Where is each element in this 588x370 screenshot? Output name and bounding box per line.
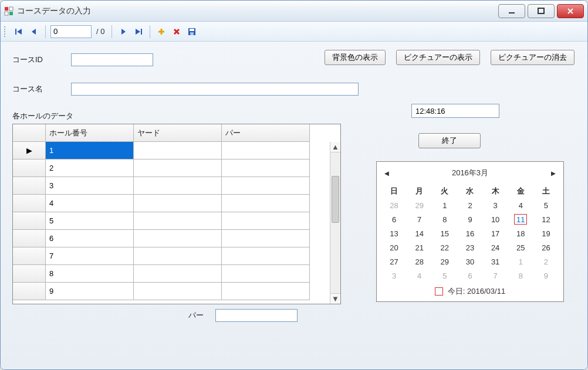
cell-par[interactable] <box>222 142 310 159</box>
table-row[interactable]: ▶1 <box>13 142 340 159</box>
calendar-day[interactable]: 13 <box>381 226 407 240</box>
hole-grid[interactable]: ホール番号 ヤード パー ▶123456789 ▲ ▼ <box>12 124 341 304</box>
calendar-day[interactable]: 6 <box>381 212 407 226</box>
calendar-day[interactable]: 6 <box>457 269 482 283</box>
calendar-day[interactable]: 7 <box>483 269 508 283</box>
calendar-day[interactable]: 1 <box>508 254 533 269</box>
cell-yard[interactable] <box>134 212 222 230</box>
calendar-day[interactable]: 17 <box>483 226 508 240</box>
cell-yard[interactable] <box>134 195 222 212</box>
calendar-day[interactable]: 2 <box>457 198 482 212</box>
cell-hole[interactable]: 6 <box>46 230 134 247</box>
calendar-day[interactable]: 8 <box>432 212 457 226</box>
calendar-day[interactable]: 21 <box>407 240 432 254</box>
scroll-thumb[interactable] <box>332 176 339 223</box>
table-row[interactable]: 9 <box>13 283 340 300</box>
scroll-track[interactable] <box>330 152 340 293</box>
calendar-day[interactable]: 20 <box>381 240 407 254</box>
month-calendar[interactable]: ◄ 2016年3月 ► 日月火水木金土 28291234567891011121… <box>376 161 564 302</box>
calendar-day[interactable]: 30 <box>457 254 482 269</box>
grid-header-yard[interactable]: ヤード <box>134 124 222 142</box>
cell-hole[interactable]: 4 <box>46 195 134 212</box>
cell-par[interactable] <box>222 265 310 283</box>
cell-hole[interactable]: 5 <box>46 212 134 230</box>
minimize-button[interactable] <box>498 4 525 18</box>
save-record-icon[interactable] <box>185 25 198 38</box>
cell-hole[interactable]: 7 <box>46 247 134 265</box>
cell-hole[interactable]: 2 <box>46 159 134 177</box>
nav-first-icon[interactable] <box>12 25 25 38</box>
cell-yard[interactable] <box>134 247 222 265</box>
exit-button[interactable]: 終了 <box>418 133 481 148</box>
calendar-day[interactable]: 4 <box>508 198 533 212</box>
cell-par[interactable] <box>222 247 310 265</box>
cell-hole[interactable]: 8 <box>46 265 134 283</box>
delete-record-icon[interactable] <box>170 25 183 38</box>
clear-picture-button[interactable]: ピクチュアーの消去 <box>491 50 575 65</box>
scroll-up-icon[interactable]: ▲ <box>330 142 340 152</box>
calendar-day[interactable]: 16 <box>457 226 482 240</box>
calendar-day[interactable]: 29 <box>407 198 432 212</box>
table-row[interactable]: 7 <box>13 247 340 265</box>
grid-scrollbar[interactable]: ▲ ▼ <box>330 142 340 304</box>
calendar-day[interactable]: 26 <box>533 240 559 254</box>
table-row[interactable]: 6 <box>13 230 340 247</box>
calendar-day[interactable]: 2 <box>533 254 559 269</box>
calendar-day[interactable]: 7 <box>407 212 432 226</box>
calendar-day[interactable]: 28 <box>381 198 407 212</box>
show-picture-button[interactable]: ピクチュアーの表示 <box>396 50 480 65</box>
row-selector[interactable] <box>13 159 46 177</box>
nav-last-icon[interactable] <box>132 25 145 38</box>
calendar-day[interactable]: 27 <box>381 254 407 269</box>
cell-par[interactable] <box>222 195 310 212</box>
par-bottom-input[interactable] <box>215 309 298 322</box>
calendar-day[interactable]: 5 <box>432 269 457 283</box>
calendar-day[interactable]: 22 <box>432 240 457 254</box>
show-bgcolor-button[interactable]: 背景色の表示 <box>325 50 386 65</box>
row-selector[interactable] <box>13 195 46 212</box>
maximize-button[interactable] <box>528 4 555 18</box>
course-name-input[interactable] <box>71 83 359 96</box>
cell-par[interactable] <box>222 159 310 177</box>
calendar-day[interactable]: 3 <box>483 198 508 212</box>
calendar-today-footer[interactable]: 今日: 2016/03/11 <box>381 286 559 297</box>
calendar-day[interactable]: 28 <box>407 254 432 269</box>
table-row[interactable]: 3 <box>13 177 340 195</box>
calendar-day[interactable]: 31 <box>483 254 508 269</box>
cell-par[interactable] <box>222 283 310 300</box>
calendar-day[interactable]: 10 <box>483 212 508 226</box>
cal-next-month-icon[interactable]: ► <box>548 169 559 178</box>
calendar-day[interactable]: 29 <box>432 254 457 269</box>
grid-header-hole[interactable]: ホール番号 <box>46 124 134 142</box>
cell-hole[interactable]: 9 <box>46 283 134 300</box>
row-selector[interactable] <box>13 247 46 265</box>
add-record-icon[interactable] <box>155 25 168 38</box>
calendar-day[interactable]: 23 <box>457 240 482 254</box>
calendar-day[interactable]: 25 <box>508 240 533 254</box>
row-selector[interactable]: ▶ <box>13 142 46 159</box>
cell-yard[interactable] <box>134 142 222 159</box>
cell-par[interactable] <box>222 177 310 195</box>
cell-yard[interactable] <box>134 265 222 283</box>
calendar-day[interactable]: 11 <box>508 212 533 226</box>
course-id-input[interactable] <box>71 53 153 66</box>
calendar-day[interactable]: 9 <box>457 212 482 226</box>
row-selector[interactable] <box>13 177 46 195</box>
row-selector[interactable] <box>13 283 46 300</box>
calendar-day[interactable]: 1 <box>432 198 457 212</box>
cell-yard[interactable] <box>134 230 222 247</box>
table-row[interactable]: 2 <box>13 159 340 177</box>
row-selector[interactable] <box>13 265 46 283</box>
nav-prev-icon[interactable] <box>28 25 40 38</box>
cell-yard[interactable] <box>134 177 222 195</box>
calendar-day[interactable]: 24 <box>483 240 508 254</box>
table-row[interactable]: 5 <box>13 212 340 230</box>
cell-yard[interactable] <box>134 159 222 177</box>
calendar-day[interactable]: 8 <box>508 269 533 283</box>
row-selector[interactable] <box>13 230 46 247</box>
cell-yard[interactable] <box>134 283 222 300</box>
close-button[interactable] <box>557 4 584 18</box>
table-row[interactable]: 4 <box>13 195 340 212</box>
grid-header-par[interactable]: パー <box>222 124 310 142</box>
scroll-down-icon[interactable]: ▼ <box>330 293 340 304</box>
